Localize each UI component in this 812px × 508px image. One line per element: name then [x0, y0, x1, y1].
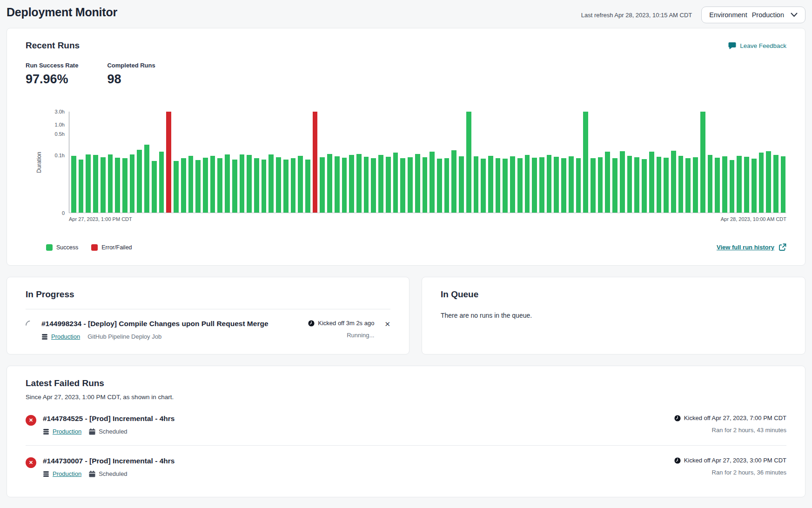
run-bar-success[interactable]	[627, 156, 632, 213]
run-bar-success[interactable]	[664, 158, 669, 213]
run-bar-success[interactable]	[459, 156, 464, 213]
run-bar-success[interactable]	[700, 112, 705, 213]
run-bar-success[interactable]	[268, 154, 274, 213]
run-bar-success[interactable]	[174, 161, 179, 213]
run-bar-success[interactable]	[210, 156, 215, 213]
run-bar-success[interactable]	[283, 160, 289, 213]
run-bar-success[interactable]	[503, 159, 508, 213]
run-bar-success[interactable]	[415, 154, 420, 213]
run-bar-success[interactable]	[276, 157, 281, 213]
run-bar-success[interactable]	[262, 160, 267, 213]
run-bar-success[interactable]	[671, 151, 676, 213]
run-bar-success[interactable]	[722, 156, 727, 213]
run-bar-success[interactable]	[451, 150, 456, 213]
run-bar-error[interactable]	[313, 112, 318, 213]
run-bar-success[interactable]	[737, 156, 742, 213]
run-bar-success[interactable]	[532, 158, 537, 213]
run-bar-success[interactable]	[554, 157, 559, 213]
run-bar-success[interactable]	[678, 156, 684, 213]
run-bar-success[interactable]	[429, 152, 435, 213]
run-bar-success[interactable]	[423, 157, 428, 213]
run-bar-success[interactable]	[122, 158, 128, 213]
run-bar-success[interactable]	[371, 158, 376, 213]
run-bar-success[interactable]	[685, 158, 691, 213]
run-bar-success[interactable]	[634, 157, 639, 213]
run-bar-success[interactable]	[517, 158, 523, 213]
run-bar-success[interactable]	[240, 154, 245, 213]
run-bar-success[interactable]	[247, 155, 252, 213]
run-bar-error[interactable]	[166, 112, 171, 213]
run-bar-success[interactable]	[547, 155, 552, 213]
production-link[interactable]: Production	[43, 428, 81, 435]
run-bar-success[interactable]	[188, 156, 194, 213]
run-bar-success[interactable]	[159, 152, 164, 213]
run-bar-success[interactable]	[773, 155, 778, 213]
run-bar-success[interactable]	[305, 160, 310, 213]
run-bar-success[interactable]	[474, 156, 479, 213]
run-bar-success[interactable]	[181, 158, 186, 213]
run-bar-success[interactable]	[525, 155, 530, 213]
run-bar-success[interactable]	[195, 160, 201, 213]
run-bar-success[interactable]	[539, 157, 544, 213]
view-run-history-link[interactable]: View full run history	[717, 243, 786, 251]
run-bar-success[interactable]	[115, 158, 120, 213]
run-bar-success[interactable]	[657, 157, 662, 213]
run-bar-success[interactable]	[693, 157, 698, 213]
run-bar-success[interactable]	[649, 152, 654, 213]
run-bar-success[interactable]	[437, 159, 442, 213]
run-bar-success[interactable]	[759, 153, 764, 213]
run-bar-success[interactable]	[715, 158, 720, 213]
run-bar-success[interactable]	[71, 156, 76, 213]
run-bar-success[interactable]	[466, 112, 471, 213]
run-bar-success[interactable]	[386, 157, 391, 213]
run-bar-success[interactable]	[591, 158, 596, 213]
run-bar-success[interactable]	[400, 158, 405, 213]
run-bar-success[interactable]	[349, 155, 354, 213]
run-bar-success[interactable]	[642, 159, 647, 213]
run-bar-success[interactable]	[444, 158, 450, 213]
run-bar-success[interactable]	[152, 161, 157, 213]
run-bar-success[interactable]	[730, 160, 735, 213]
run-bar-success[interactable]	[342, 158, 347, 213]
run-bar-success[interactable]	[144, 145, 149, 213]
run-bar-success[interactable]	[137, 150, 142, 213]
run-bar-success[interactable]	[744, 157, 749, 213]
run-bar-success[interactable]	[481, 159, 486, 213]
run-bar-success[interactable]	[364, 157, 369, 213]
run-bar-success[interactable]	[561, 158, 566, 213]
close-button[interactable]: ✕	[384, 320, 390, 329]
run-bar-success[interactable]	[781, 156, 786, 213]
run-bar-success[interactable]	[130, 154, 135, 213]
run-bar-success[interactable]	[620, 151, 625, 213]
run-bar-success[interactable]	[408, 157, 413, 213]
run-bar-success[interactable]	[598, 157, 603, 213]
leave-feedback-link[interactable]: Leave Feedback	[728, 42, 786, 49]
run-bar-success[interactable]	[356, 154, 362, 213]
run-bar-success[interactable]	[335, 156, 340, 213]
run-bar-success[interactable]	[393, 153, 398, 213]
run-bar-success[interactable]	[752, 159, 757, 213]
run-bar-success[interactable]	[86, 154, 91, 213]
run-bar-success[interactable]	[320, 157, 325, 213]
run-bar-success[interactable]	[605, 152, 610, 213]
run-bar-success[interactable]	[225, 154, 230, 213]
production-link[interactable]: Production	[41, 333, 80, 340]
run-bar-success[interactable]	[766, 151, 771, 213]
run-bar-success[interactable]	[510, 156, 515, 213]
run-bar-success[interactable]	[488, 156, 493, 213]
run-bar-success[interactable]	[378, 155, 383, 213]
run-bar-success[interactable]	[101, 157, 106, 213]
run-bar-success[interactable]	[612, 158, 617, 213]
run-bar-success[interactable]	[93, 155, 98, 213]
run-bar-success[interactable]	[569, 156, 574, 213]
run-bar-success[interactable]	[708, 155, 713, 213]
production-link[interactable]: Production	[43, 470, 81, 477]
run-bar-success[interactable]	[203, 158, 208, 213]
run-bar-success[interactable]	[327, 154, 332, 213]
environment-dropdown[interactable]: Environment Production	[701, 7, 805, 23]
run-bar-success[interactable]	[232, 160, 237, 213]
run-bar-success[interactable]	[298, 156, 303, 213]
run-bar-success[interactable]	[583, 112, 588, 213]
run-bar-success[interactable]	[108, 154, 113, 213]
run-bar-success[interactable]	[496, 158, 501, 213]
